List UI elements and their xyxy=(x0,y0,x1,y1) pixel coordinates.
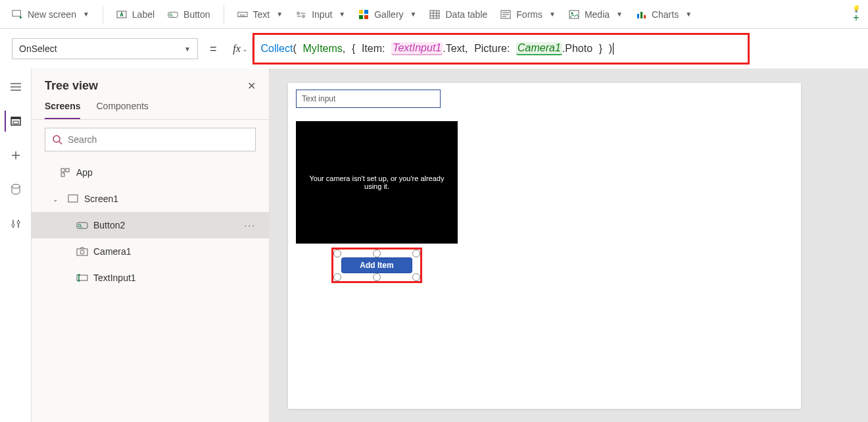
svg-line-44 xyxy=(59,142,62,144)
tree-view-panel: Tree view ✕ Screens Components App ⌄ Scr… xyxy=(32,68,270,422)
insert-datatable-button[interactable]: Data table xyxy=(423,5,494,24)
add-item-button[interactable]: Add Item xyxy=(341,257,412,273)
insert-button-button[interactable]: Button xyxy=(161,5,216,24)
chevron-down-icon: ▼ xyxy=(410,11,417,18)
resize-handle[interactable] xyxy=(333,273,341,281)
search-input[interactable] xyxy=(68,134,249,145)
svg-point-43 xyxy=(53,136,60,142)
formula-input[interactable]: Collect( MyItems, { Item: TextInput1.Tex… xyxy=(253,33,750,65)
tree-search[interactable] xyxy=(45,128,256,151)
tree-label: TextInput1 xyxy=(93,273,136,283)
canvas-button-highlight: Add Item xyxy=(331,248,422,283)
media-icon xyxy=(569,9,579,20)
svg-point-9 xyxy=(298,13,299,13)
insert-charts-button[interactable]: Charts ▼ xyxy=(629,5,698,24)
chevron-down-icon: ▼ xyxy=(276,11,283,18)
insert-label-button[interactable]: Label xyxy=(110,5,161,24)
insert-gallery-button[interactable]: Gallery ▼ xyxy=(352,5,423,24)
svg-rect-0 xyxy=(12,10,20,16)
svg-point-42 xyxy=(17,221,20,224)
rail-tools[interactable] xyxy=(5,213,26,234)
tree-label: Camera1 xyxy=(93,246,132,257)
fx-icon[interactable]: fx⌄ xyxy=(229,37,253,61)
resize-handle[interactable] xyxy=(412,273,420,281)
button-icon xyxy=(76,220,88,230)
rail-hamburger[interactable] xyxy=(5,76,26,97)
svg-rect-37 xyxy=(13,121,18,124)
tree-label: Screen1 xyxy=(84,194,118,204)
media-label: Media xyxy=(585,9,610,20)
more-icon[interactable]: ··· xyxy=(244,220,256,230)
rail-data[interactable] xyxy=(5,179,26,200)
charts-icon xyxy=(636,9,646,20)
tree-item-camera[interactable]: Camera1 xyxy=(32,238,269,265)
tree-label: Button2 xyxy=(93,220,125,230)
rail-insert[interactable] xyxy=(5,145,26,166)
camera-icon xyxy=(76,246,88,257)
svg-point-28 xyxy=(571,12,573,14)
search-icon xyxy=(52,134,62,145)
tab-screens[interactable]: Screens xyxy=(45,101,80,119)
resize-handle[interactable] xyxy=(373,273,381,281)
insert-forms-button[interactable]: Forms ▼ xyxy=(494,5,562,24)
textinput-placeholder: Text input xyxy=(302,94,335,103)
tab-components[interactable]: Components xyxy=(96,101,148,119)
tree-title: Tree view xyxy=(45,79,98,93)
property-name: OnSelect xyxy=(19,43,57,54)
tree-label: App xyxy=(76,167,93,178)
close-icon[interactable]: ✕ xyxy=(247,80,256,92)
insert-text-button[interactable]: Abc Text ▼ xyxy=(231,5,290,24)
formula-bar: OnSelect ▼ = fx⌄ Collect( MyItems, { Ite… xyxy=(0,29,868,68)
left-rail xyxy=(0,68,32,422)
app-icon xyxy=(59,167,71,178)
svg-rect-15 xyxy=(364,10,368,14)
svg-rect-31 xyxy=(644,15,646,18)
chevron-down-icon: ▼ xyxy=(339,11,345,18)
insert-media-button[interactable]: Media ▼ xyxy=(562,5,629,24)
equals-sign: = xyxy=(210,42,217,56)
tree-item-app[interactable]: App xyxy=(32,159,269,186)
canvas-button-selection[interactable]: Add Item xyxy=(337,253,416,277)
datatable-label: Data table xyxy=(445,9,487,20)
text-icon: Abc xyxy=(237,9,248,20)
insert-input-button[interactable]: Input ▼ xyxy=(289,5,352,24)
button-icon xyxy=(168,9,178,20)
plus-icon: + xyxy=(853,13,859,23)
screen-canvas[interactable]: Text input Your camera isn't set up, or … xyxy=(288,83,801,409)
canvas-camera[interactable]: Your camera isn't set up, or you're alre… xyxy=(296,121,458,244)
chevron-down-icon: ⌄ xyxy=(53,196,62,203)
tree-list: App ⌄ Screen1 Button2 ··· Camera1 TextIn… xyxy=(32,159,269,422)
svg-point-41 xyxy=(12,224,14,226)
formula-function: Collect xyxy=(261,43,293,55)
svg-rect-14 xyxy=(359,10,363,14)
property-dropdown[interactable]: OnSelect ▼ xyxy=(12,38,198,59)
new-screen-button[interactable]: New screen ▼ xyxy=(5,5,96,24)
resize-handle[interactable] xyxy=(412,250,420,257)
svg-rect-29 xyxy=(637,14,639,18)
label-label: Label xyxy=(132,9,155,20)
svg-rect-45 xyxy=(61,169,64,172)
chevron-down-icon: ▼ xyxy=(184,45,191,53)
resize-handle[interactable] xyxy=(333,250,341,257)
insert-ribbon: New screen ▼ Label Button Abc Text ▼ Inp… xyxy=(0,0,868,29)
formula-ref-camera: Camera1 xyxy=(516,42,562,55)
button-label: Button xyxy=(183,9,210,20)
svg-point-52 xyxy=(80,250,84,254)
svg-rect-16 xyxy=(359,15,363,19)
workspace: Tree view ✕ Screens Components App ⌄ Scr… xyxy=(0,68,868,422)
ribbon-overflow[interactable]: 💡 + xyxy=(850,5,863,23)
canvas-area: Text input Your camera isn't set up, or … xyxy=(270,68,868,422)
label-icon xyxy=(116,9,127,20)
new-screen-label: New screen xyxy=(28,9,76,20)
datatable-icon xyxy=(429,9,440,20)
svg-point-5 xyxy=(170,13,172,16)
canvas-textinput[interactable]: Text input xyxy=(296,90,441,108)
svg-rect-47 xyxy=(61,173,64,176)
rail-treeview[interactable] xyxy=(5,111,26,132)
svg-text:Abc: Abc xyxy=(239,13,246,16)
tree-item-textinput[interactable]: TextInput1 xyxy=(32,265,269,291)
tree-item-screen[interactable]: ⌄ Screen1 xyxy=(32,186,269,212)
tree-item-button[interactable]: Button2 ··· xyxy=(32,212,269,238)
svg-point-40 xyxy=(12,184,20,188)
resize-handle[interactable] xyxy=(373,250,381,257)
